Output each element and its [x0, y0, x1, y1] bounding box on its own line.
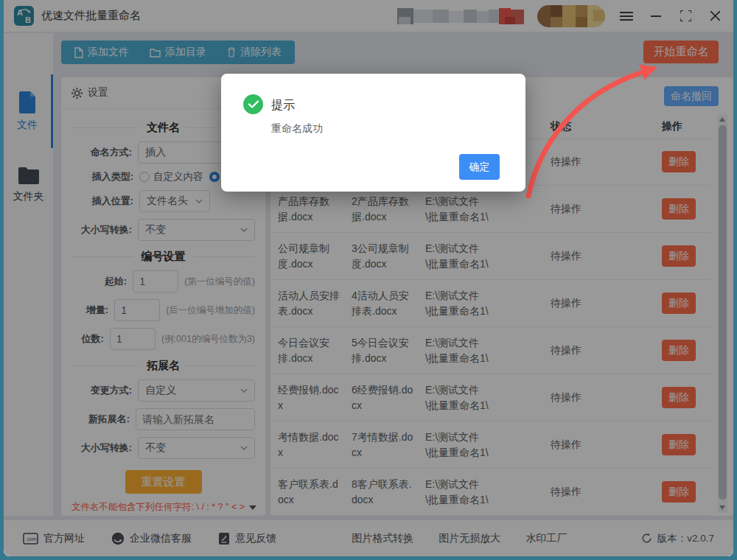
message-dialog: 提示 重命名成功 确定 [221, 74, 525, 192]
ok-button[interactable]: 确定 [459, 154, 500, 180]
dialog-message: 重命名成功 [271, 122, 323, 136]
success-icon [243, 94, 263, 114]
app-window: A B 优速文件批量重命名 [0, 0, 737, 560]
ok-button-label: 确定 [469, 161, 490, 172]
dialog-title: 提示 [271, 98, 295, 113]
